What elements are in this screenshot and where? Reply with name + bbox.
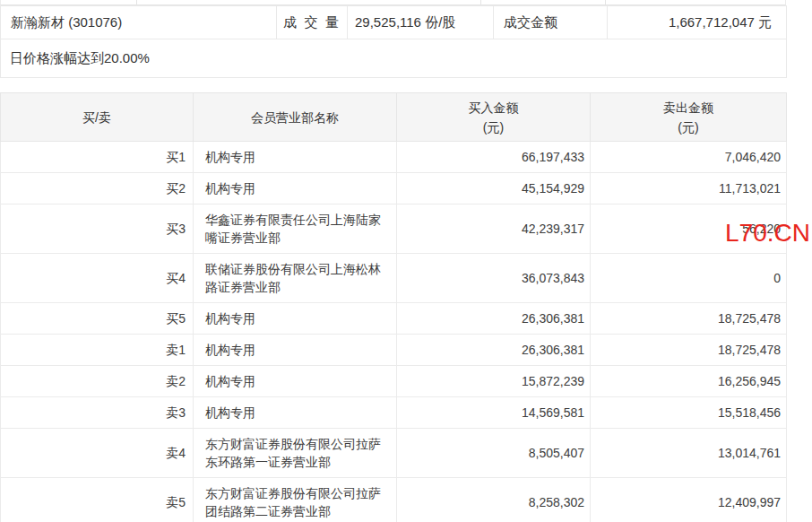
sell-amount-cell: 7,046,420 [591,142,787,173]
branch-cell: 机构专用 [194,142,397,173]
buy-amount-cell: 36,073,843 [397,254,591,303]
side-cell: 买1 [1,142,194,173]
branch-cell: 联储证券股份有限公司上海松林路证券营业部 [194,254,397,303]
volume-value: 29,525,116 份/股 [348,6,494,39]
buy-amount-cell: 15,872,239 [397,366,591,397]
header-side: 买/卖 [1,93,194,142]
table-row: 卖4东方财富证券股份有限公司拉萨东环路第一证券营业部8,505,40713,01… [1,429,787,478]
header-buy-amount: 买入金额(元) [397,93,591,142]
sell-amount-cell: 15,518,456 [591,397,787,429]
branch-cell: 机构专用 [194,335,397,366]
sell-amount-cell: 18,725,478 [591,335,787,366]
branch-cell: 东方财富证券股份有限公司拉萨东环路第一证券营业部 [194,429,397,478]
table-row: 卖3机构专用14,569,58115,518,456 [1,397,787,429]
side-cell: 卖2 [1,366,194,397]
list-reason-text: 日价格涨幅达到20.00% [1,39,787,78]
branch-cell: 华鑫证券有限责任公司上海陆家嘴证券营业部 [194,204,397,254]
table-row: 卖5东方财富证券股份有限公司拉萨团结路第二证券营业部8,258,30212,40… [1,478,787,522]
table-row: 买5机构专用26,306,38118,725,478 [1,303,787,335]
buy-amount-cell: 8,505,407 [397,429,591,478]
table-row: 买3华鑫证券有限责任公司上海陆家嘴证券营业部42,239,31756,220 [1,204,787,254]
sell-amount-cell: 13,014,761 [591,429,787,478]
table-row: 卖1机构专用26,306,38118,725,478 [1,335,787,366]
table-row: 买4联储证券股份有限公司上海松林路证券营业部36,073,8430 [1,254,787,303]
header-sell-amount: 卖出金额(元) [591,93,787,142]
branch-cell: 机构专用 [194,397,397,429]
header-buy-line1: 买入金额 [469,100,519,115]
sell-amount-cell: 16,256,945 [591,366,787,397]
branch-cell: 机构专用 [194,366,397,397]
header-sell-line2: (元) [678,120,698,135]
buy-amount-cell: 42,239,317 [397,204,591,254]
sell-amount-cell: 18,725,478 [591,303,787,335]
cropped-cell [481,0,607,4]
site-watermark: L70.CN [725,220,810,247]
broker-rank-table: 买/卖 会员营业部名称 买入金额(元) 卖出金额(元) 买1机构专用66,197… [0,92,786,522]
buy-amount-cell: 8,258,302 [397,478,591,522]
table-row: 买2机构专用45,154,92911,713,021 [1,173,787,204]
table-row: 卖2机构专用15,872,23916,256,945 [1,366,787,397]
branch-cell: 东方财富证券股份有限公司拉萨团结路第二证券营业部 [194,478,397,522]
side-cell: 卖1 [1,335,194,366]
side-cell: 买4 [1,254,194,303]
cropped-cell [1,0,137,4]
summary-row: 新瀚新材 (301076) 成 交 量 29,525,116 份/股 成交金额 … [1,6,787,39]
side-cell: 买3 [1,204,194,254]
list-reason-row: 日价格涨幅达到20.00% [1,39,787,78]
stock-summary-table: 新瀚新材 (301076) 成 交 量 29,525,116 份/股 成交金额 … [0,0,786,78]
sell-amount-cell: 12,409,997 [591,478,787,522]
side-cell: 卖5 [1,478,194,522]
side-cell: 买5 [1,303,194,335]
cropped-cell [137,0,481,4]
volume-label: 成 交 量 [277,6,348,39]
buy-amount-cell: 26,306,381 [397,303,591,335]
header-branch: 会员营业部名称 [194,93,397,142]
side-cell: 卖3 [1,397,194,429]
cropped-cell [606,0,785,4]
turnover-label: 成交金额 [494,6,608,39]
header-sell-line1: 卖出金额 [663,100,713,115]
rank-table-header-row: 买/卖 会员营业部名称 买入金额(元) 卖出金额(元) [1,93,787,142]
branch-cell: 机构专用 [194,173,397,204]
buy-amount-cell: 45,154,929 [397,173,591,204]
sell-amount-cell: 11,713,021 [591,173,787,204]
side-cell: 买2 [1,173,194,204]
buy-amount-cell: 14,569,581 [397,397,591,429]
stock-name: 新瀚新材 (301076) [1,6,277,39]
branch-cell: 机构专用 [194,303,397,335]
table-row: 买1机构专用66,197,4337,046,420 [1,142,787,173]
side-cell: 卖4 [1,429,194,478]
buy-amount-cell: 66,197,433 [397,142,591,173]
sell-amount-cell: 0 [591,254,787,303]
buy-amount-cell: 26,306,381 [397,335,591,366]
header-buy-line2: (元) [483,120,504,135]
turnover-value: 1,667,712,047 元 [608,6,787,39]
